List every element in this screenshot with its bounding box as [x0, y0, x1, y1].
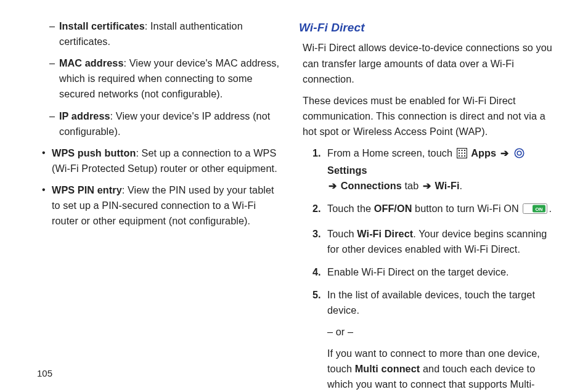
arrow-icon: ➔ [327, 180, 338, 191]
manual-page: Install certificates: Install authentica… [0, 0, 588, 392]
wifi-direct-label: Wi-Fi Direct [357, 228, 413, 239]
list-item: WPS push button: Set up a connection to … [52, 145, 280, 176]
dash-list: Install certificates: Install authentica… [28, 18, 280, 139]
apps-grid-icon [457, 147, 467, 163]
apps-label: Apps [471, 147, 496, 158]
list-item: IP address: View your device's IP addres… [59, 108, 280, 139]
step-number: 4. [312, 264, 321, 280]
term: WPS push button [52, 147, 136, 158]
right-column: Wi-Fi Direct Wi-Fi Direct allows device-… [294, 18, 560, 380]
period: . [460, 180, 463, 191]
arrow-icon: ➔ [422, 180, 432, 191]
svg-text:ON: ON [536, 206, 543, 212]
step-continuation: If you want to connect to more than one … [327, 346, 560, 392]
section-heading: Wi-Fi Direct [299, 18, 560, 36]
step-text-part: From a Home screen, touch [327, 147, 455, 158]
svg-rect-4 [459, 153, 460, 154]
term: Install certificates [59, 20, 145, 31]
list-item: 5. In the list of available devices, tou… [327, 287, 560, 392]
list-item: 4. Enable Wi-Fi Direct on the target dev… [327, 264, 560, 280]
multi-connect-label: Multi connect [355, 363, 420, 374]
numbered-list: 1. From a Home screen, touch Apps ➔ [299, 145, 560, 392]
step-text-part: button to turn Wi-Fi ON [412, 203, 521, 214]
svg-rect-6 [464, 153, 465, 154]
settings-gear-icon [514, 147, 525, 163]
svg-rect-9 [464, 155, 465, 157]
svg-point-10 [515, 149, 523, 157]
step-text-part: tab [402, 180, 422, 191]
list-item: 2. Touch the OFF/ON button to turn Wi-Fi… [327, 201, 560, 218]
bullet-list: WPS push button: Set up a connection to … [28, 145, 280, 229]
step-text: In the list of available devices, touch … [327, 289, 535, 316]
list-item: 3. Touch Wi-Fi Direct. Your device begin… [327, 226, 560, 257]
step-text-part: Touch [327, 228, 357, 239]
step-number: 2. [312, 201, 321, 216]
list-item: MAC address: View your device's MAC addr… [59, 55, 280, 102]
step-number: 1. [312, 145, 321, 161]
step-number: 5. [312, 287, 321, 303]
connections-label: Connections [341, 180, 402, 191]
svg-rect-7 [459, 155, 460, 157]
intro-paragraph: Wi-Fi Direct allows device-to-device con… [299, 40, 560, 86]
period: . [549, 203, 552, 214]
list-item: Install certificates: Install authentica… [59, 18, 280, 49]
term: WPS PIN entry [52, 184, 122, 195]
term: IP address [59, 110, 110, 121]
list-item: 1. From a Home screen, touch Apps ➔ [327, 145, 560, 194]
svg-rect-5 [461, 153, 462, 154]
svg-rect-8 [461, 155, 462, 157]
settings-label: Settings [327, 165, 367, 176]
svg-rect-1 [459, 150, 460, 151]
on-toggle-icon: ON [523, 203, 547, 218]
arrow-icon: ➔ [499, 147, 510, 158]
list-item: WPS PIN entry: View the PIN used by your… [52, 182, 280, 229]
step-number: 3. [312, 226, 321, 242]
step-text: Enable Wi-Fi Direct on the target device… [327, 266, 509, 277]
page-number: 105 [37, 368, 52, 378]
svg-point-11 [517, 151, 521, 155]
svg-rect-3 [464, 150, 465, 151]
term: MAC address [59, 57, 124, 68]
svg-rect-2 [461, 150, 462, 151]
step-text-part: Touch the [327, 203, 374, 214]
wifi-label: Wi-Fi [435, 180, 460, 191]
intro-paragraph: These devices must be enabled for Wi-Fi … [299, 93, 560, 139]
offon-label: OFF/ON [374, 203, 412, 214]
left-column: Install certificates: Install authentica… [28, 18, 294, 380]
or-divider: – or – [327, 324, 560, 340]
